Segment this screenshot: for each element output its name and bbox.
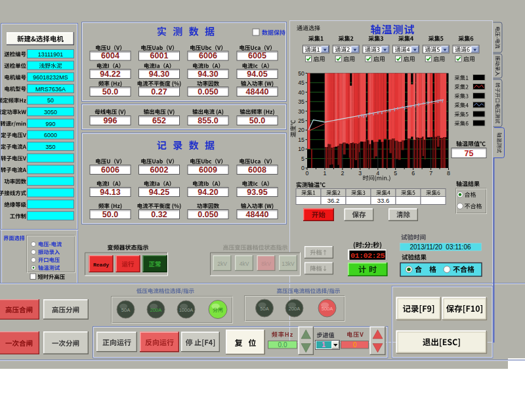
svg-text:6001: 6001 <box>150 51 169 60</box>
svg-text:500A: 500A <box>322 306 333 312</box>
svg-text:6006: 6006 <box>199 51 217 60</box>
svg-text:50.0: 50.0 <box>102 87 118 96</box>
svg-text:50A: 50A <box>260 306 268 312</box>
svg-text:01:02:25: 01:02:25 <box>350 251 385 261</box>
svg-text:6002: 6002 <box>150 165 169 175</box>
svg-text:2013/11/20 03:11:06: 2013/11/20 03:11:06 <box>410 243 471 251</box>
svg-text:15: 15 <box>298 136 304 143</box>
svg-text:6004: 6004 <box>101 51 119 60</box>
svg-text:94.20: 94.20 <box>198 188 218 197</box>
svg-text:25: 25 <box>298 117 304 124</box>
svg-text:2: 2 <box>341 170 344 177</box>
svg-text:4kV: 4kV <box>240 261 249 267</box>
svg-text:6008: 6008 <box>248 165 266 175</box>
svg-text:94.22: 94.22 <box>100 70 120 79</box>
svg-text:Ready: Ready <box>93 262 109 268</box>
svg-text:36.2: 36.2 <box>327 197 340 204</box>
svg-text:30: 30 <box>298 108 304 115</box>
svg-text:10: 10 <box>298 146 304 152</box>
svg-text:4: 4 <box>376 170 379 177</box>
svg-text:94.05: 94.05 <box>247 70 267 79</box>
svg-text:0.050: 0.050 <box>198 87 218 96</box>
svg-text:0: 0 <box>306 170 309 177</box>
svg-text:3: 3 <box>358 170 362 177</box>
svg-text:20: 20 <box>298 127 304 133</box>
svg-text:75: 75 <box>465 149 474 158</box>
svg-text:33.6: 33.6 <box>377 197 390 204</box>
svg-text:MRS7636A: MRS7636A <box>35 86 66 93</box>
svg-text:8: 8 <box>447 170 450 177</box>
svg-text:50.0: 50.0 <box>102 210 118 219</box>
svg-text:200A: 200A <box>150 307 162 313</box>
svg-text:94.30: 94.30 <box>149 70 169 79</box>
svg-text:13111901: 13111901 <box>38 51 64 58</box>
svg-text:1: 1 <box>323 170 326 177</box>
svg-text:0.32: 0.32 <box>151 210 167 219</box>
svg-text:94.30: 94.30 <box>198 70 218 79</box>
svg-text:93.95: 93.95 <box>247 188 267 197</box>
svg-text:50.0: 50.0 <box>249 116 265 125</box>
svg-text:1000A: 1000A <box>179 307 194 313</box>
svg-text:6000: 6000 <box>44 132 57 138</box>
svg-text:1: 1 <box>322 341 326 348</box>
svg-text:7: 7 <box>429 170 432 177</box>
svg-text:200A: 200A <box>289 306 301 312</box>
svg-text:652: 652 <box>152 116 166 125</box>
svg-text:48440: 48440 <box>246 210 269 219</box>
svg-text:分闸: 分闸 <box>213 307 223 313</box>
svg-text:3050: 3050 <box>44 109 57 116</box>
svg-text:5: 5 <box>394 170 397 177</box>
svg-text:48440: 48440 <box>246 87 269 96</box>
svg-text:0: 0 <box>353 341 357 348</box>
svg-text:13kV: 13kV <box>282 261 295 267</box>
svg-text:35: 35 <box>298 98 304 105</box>
svg-text:6: 6 <box>411 170 415 177</box>
svg-text:5: 5 <box>301 156 304 162</box>
svg-text:6005: 6005 <box>248 51 266 60</box>
svg-text:50: 50 <box>47 97 54 104</box>
svg-text:0: 0 <box>301 165 304 171</box>
svg-text:40: 40 <box>298 89 304 96</box>
svg-text:0.050: 0.050 <box>198 210 218 219</box>
svg-text:94.13: 94.13 <box>100 188 120 197</box>
svg-text:50: 50 <box>298 70 304 77</box>
svg-text:2kV: 2kV <box>217 261 227 267</box>
svg-text:855.0: 855.0 <box>198 116 218 125</box>
svg-text:990: 990 <box>45 121 55 127</box>
svg-text:6009: 6009 <box>199 165 217 175</box>
svg-text:6006: 6006 <box>101 165 119 175</box>
svg-text:94.25: 94.25 <box>149 188 169 197</box>
svg-text:350: 350 <box>45 144 55 150</box>
svg-text:0.27: 0.27 <box>151 87 167 96</box>
svg-text:996: 996 <box>104 116 117 125</box>
svg-text:8kV: 8kV <box>261 261 271 267</box>
svg-text:45: 45 <box>298 79 304 86</box>
svg-text:50A: 50A <box>121 307 130 313</box>
svg-text:0.0: 0.0 <box>278 341 287 348</box>
svg-text:96018232MS: 96018232MS <box>33 74 68 81</box>
